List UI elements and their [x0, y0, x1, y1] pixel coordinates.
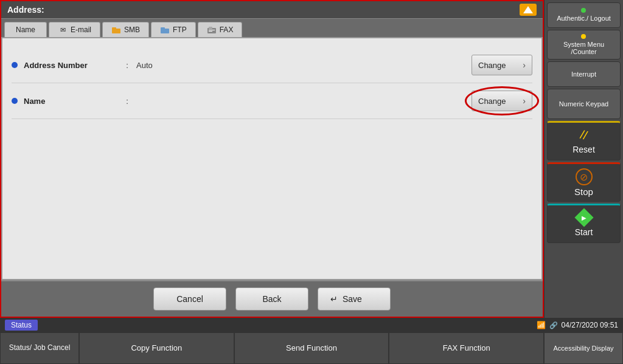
tab-smb-label: SMB	[124, 26, 140, 34]
back-button[interactable]: Back	[235, 287, 308, 311]
address-header: Address:	[1, 1, 543, 19]
save-enter-icon: ↵	[330, 294, 338, 304]
svg-rect-8	[209, 31, 212, 32]
email-icon: ✉	[58, 26, 68, 33]
name-change-button[interactable]: Change ›	[472, 91, 532, 111]
interrupt-label: Interrupt	[571, 70, 596, 78]
start-diamond-icon: ▶	[574, 208, 593, 227]
reset-label: Reset	[573, 145, 595, 154]
stop-button[interactable]: ⊘ Stop	[547, 162, 621, 202]
cancel-button[interactable]: Cancel	[153, 287, 226, 311]
auth-dot	[581, 8, 586, 13]
address-header-icon	[520, 4, 537, 16]
wifi-icon: 📶	[537, 321, 546, 329]
tabs-row: Name ✉ E-mail SMB	[1, 19, 543, 37]
system-menu-button[interactable]: System Menu /Counter	[547, 30, 621, 60]
accessibility-display-button[interactable]: Accessibility Display	[544, 332, 623, 364]
system-menu-label: System Menu /Counter	[550, 41, 618, 55]
svg-rect-3	[161, 29, 169, 33]
change-arrow-icon: ›	[523, 60, 526, 70]
start-label: Start	[575, 227, 593, 237]
interrupt-button[interactable]: Interrupt	[547, 61, 621, 87]
status-bar-right: 📶 🔗 04/27/2020 09:51	[537, 321, 618, 329]
stop-icon: ⊘	[576, 168, 593, 185]
tab-smb[interactable]: SMB	[102, 22, 149, 37]
name-change-arrow-icon: ›	[523, 96, 526, 106]
svg-rect-4	[161, 27, 165, 29]
numeric-keypad-button[interactable]: Numeric Keypad	[547, 89, 621, 119]
stop-label: Stop	[574, 187, 593, 197]
tab-email-label: E-mail	[71, 26, 91, 34]
address-number-value: Auto	[133, 61, 472, 70]
name-label: Name	[24, 97, 121, 106]
address-number-row: Address Number : Auto Change ›	[12, 47, 532, 83]
fax-function-button[interactable]: FAX Function	[389, 332, 544, 364]
send-function-button[interactable]: Send Function	[234, 332, 389, 364]
network-icon: 🔗	[549, 321, 558, 329]
svg-rect-7	[209, 30, 215, 30]
status-tab[interactable]: Status	[5, 320, 38, 331]
svg-marker-0	[523, 6, 533, 13]
numeric-keypad-label: Numeric Keypad	[559, 100, 608, 108]
tab-ftp[interactable]: FTP	[151, 22, 196, 37]
save-button[interactable]: ↵ Save	[318, 287, 391, 311]
auth-logout-label: Authentic./ Logout	[557, 14, 611, 22]
center-panel: Address: Name ✉ E-mail	[0, 0, 544, 318]
start-button[interactable]: ▶ Start	[547, 204, 621, 243]
copy-function-button[interactable]: Copy Function	[79, 332, 234, 364]
svg-rect-2	[112, 27, 116, 29]
function-bar: Status/ Job Cancel Copy Function Send Fu…	[0, 332, 623, 364]
status-job-cancel-button[interactable]: Status/ Job Cancel	[0, 332, 79, 364]
main-area: Address: Name ✉ E-mail	[0, 0, 623, 318]
tab-name-label: Name	[16, 26, 35, 34]
name-change-wrapper: Change ›	[472, 91, 532, 111]
empty-area	[12, 119, 532, 270]
reset-icon: //	[579, 128, 589, 143]
tab-fax[interactable]: FAX	[198, 22, 243, 37]
svg-rect-1	[112, 29, 120, 33]
name-row: Name : Change ›	[12, 83, 532, 119]
tab-ftp-label: FTP	[173, 26, 187, 34]
address-number-label: Address Number	[24, 61, 121, 70]
smb-icon	[111, 26, 121, 33]
bottom-buttons: Cancel Back ↵ Save	[1, 280, 543, 317]
address-number-change-button[interactable]: Change ›	[472, 55, 532, 75]
tab-fax-label: FAX	[220, 26, 234, 34]
content-area: Address Number : Auto Change › Name : Ch…	[1, 37, 543, 280]
address-number-dot	[12, 62, 18, 68]
address-number-separator: :	[121, 61, 133, 70]
system-menu-dot	[581, 34, 586, 39]
tab-email[interactable]: ✉ E-mail	[49, 22, 100, 37]
fax-icon	[207, 26, 217, 33]
name-dot	[12, 98, 18, 104]
svg-rect-6	[209, 27, 212, 29]
auth-logout-button[interactable]: Authentic./ Logout	[547, 2, 621, 28]
ftp-icon	[160, 26, 170, 33]
status-bar: Status 📶 🔗 04/27/2020 09:51	[0, 318, 623, 332]
name-separator: :	[121, 97, 133, 106]
reset-button[interactable]: // Reset	[547, 121, 621, 160]
status-datetime: 04/27/2020 09:51	[562, 321, 618, 329]
right-sidebar: Authentic./ Logout System Menu /Counter …	[544, 0, 623, 318]
tab-name[interactable]: Name	[4, 22, 47, 37]
address-title: Address:	[7, 5, 44, 15]
